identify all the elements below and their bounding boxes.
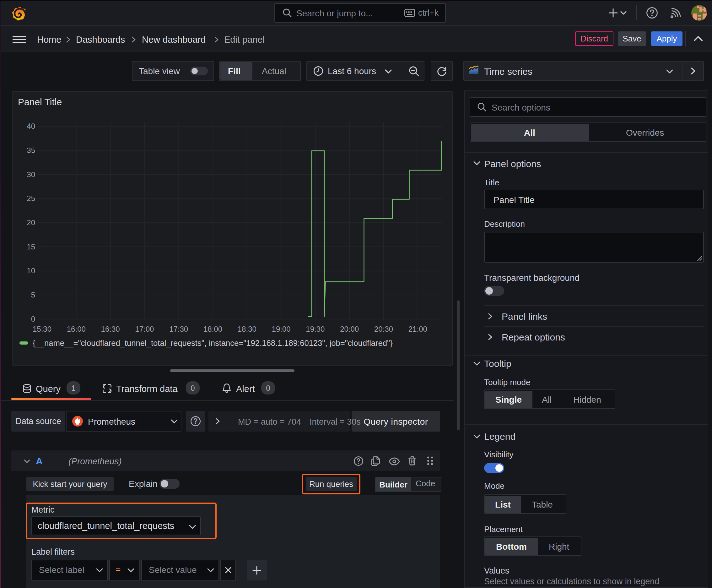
svg-text:25: 25 (27, 194, 35, 203)
svg-text:40: 40 (27, 122, 35, 130)
svg-text:17:00: 17:00 (135, 325, 154, 333)
svg-text:16:00: 16:00 (67, 325, 86, 333)
svg-text:17:30: 17:30 (169, 325, 188, 333)
svg-text:0: 0 (31, 315, 35, 323)
svg-text:21:00: 21:00 (408, 325, 427, 333)
svg-text:20:00: 20:00 (340, 325, 359, 333)
svg-text:{__name__="cloudflared_tunnel_: {__name__="cloudflared_tunnel_total_requ… (33, 339, 393, 348)
svg-text:20: 20 (27, 218, 35, 227)
svg-text:5: 5 (31, 291, 35, 299)
svg-text:10: 10 (27, 266, 35, 275)
svg-text:30: 30 (27, 170, 35, 179)
svg-text:19:00: 19:00 (272, 325, 291, 333)
svg-text:18:30: 18:30 (238, 325, 257, 333)
svg-text:18:00: 18:00 (203, 325, 222, 333)
svg-text:15:30: 15:30 (33, 325, 51, 333)
svg-text:Panel Title: Panel Title (18, 97, 62, 107)
svg-text:19:30: 19:30 (306, 325, 325, 333)
svg-text:15: 15 (27, 243, 35, 251)
svg-text:20:30: 20:30 (374, 325, 393, 333)
svg-text:16:30: 16:30 (101, 325, 120, 333)
svg-text:35: 35 (27, 146, 35, 154)
